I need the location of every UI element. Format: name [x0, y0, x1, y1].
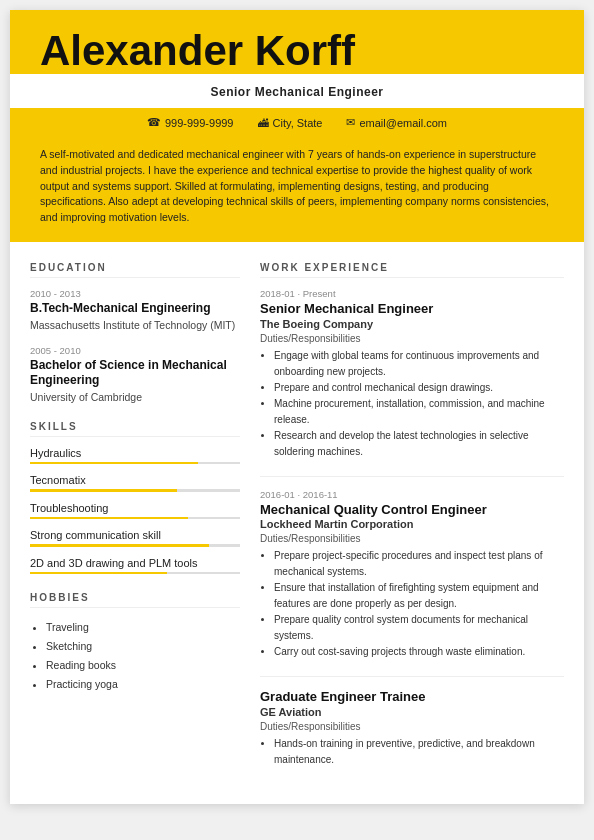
work-duty-1-2: Prepare quality control system documents… — [274, 612, 564, 644]
phone-contact: ☎ 999-999-9999 — [147, 116, 234, 129]
work-duties-label-2: Duties/Responsibilities — [260, 721, 564, 732]
skill-item-3: Strong communication skill — [30, 529, 240, 547]
edu-block-0: 2010 - 2013 B.Tech-Mechanical Engineerin… — [30, 288, 240, 331]
email-text: email@email.com — [359, 117, 447, 129]
work-duty-0-0: Engage with global teams for continuous … — [274, 348, 564, 380]
skill-item-0: Hydraulics — [30, 447, 240, 465]
work-title-1: Mechanical Quality Control Engineer — [260, 502, 564, 518]
skill-bar-fill-3 — [30, 544, 209, 547]
work-duty-2-0: Hands-on training in preventive, predict… — [274, 736, 564, 768]
phone-number: 999-999-9999 — [165, 117, 234, 129]
location-contact: 🏙 City, State — [258, 116, 323, 129]
skill-bar-fill-0 — [30, 462, 198, 465]
edu-block-1: 2005 - 2010 Bachelor of Science in Mecha… — [30, 345, 240, 403]
title-bar: Senior Mechanical Engineer — [10, 74, 584, 108]
skill-bar-bg-3 — [30, 544, 240, 547]
skill-name-0: Hydraulics — [30, 447, 240, 459]
location-icon: 🏙 — [258, 117, 269, 129]
skill-bar-fill-4 — [30, 572, 167, 575]
work-duty-0-1: Prepare and control mechanical design dr… — [274, 380, 564, 396]
work-block-2: Graduate Engineer Trainee GE Aviation Du… — [260, 689, 564, 768]
work-duty-1-3: Carry out cost-saving projects through w… — [274, 644, 564, 660]
skill-bar-bg-2 — [30, 517, 240, 520]
candidate-name: Alexander Korff — [40, 28, 554, 74]
hobby-list: Traveling Sketching Reading books Practi… — [30, 618, 240, 694]
email-contact: ✉ email@email.com — [346, 116, 447, 129]
skill-name-2: Troubleshooting — [30, 502, 240, 514]
edu-date-0: 2010 - 2013 — [30, 288, 240, 299]
edu-degree-0: B.Tech-Mechanical Engineering — [30, 301, 240, 317]
phone-icon: ☎ — [147, 116, 161, 129]
skill-bar-bg-0 — [30, 462, 240, 465]
hobbies-header: HOBBIES — [30, 592, 240, 608]
skill-bar-bg-4 — [30, 572, 240, 575]
work-experience-header: WORK EXPERIENCE — [260, 262, 564, 278]
work-duty-1-1: Ensure that installation of firefighting… — [274, 580, 564, 612]
work-company-0: The Boeing Company — [260, 318, 564, 330]
hobby-item-0: Traveling — [46, 618, 240, 637]
work-company-2: GE Aviation — [260, 706, 564, 718]
work-date-1: 2016-01 · 2016-11 — [260, 489, 564, 500]
work-title-0: Senior Mechanical Engineer — [260, 301, 564, 317]
edu-degree-1: Bachelor of Science in Mechanical Engine… — [30, 358, 240, 389]
summary-section: A self-motivated and dedicated mechanica… — [10, 137, 584, 242]
work-duties-label-1: Duties/Responsibilities — [260, 533, 564, 544]
work-date-0: 2018-01 · Present — [260, 288, 564, 299]
skills-section: SKILLS Hydraulics Tecnomatix Troubleshoo… — [30, 421, 240, 575]
left-column: EDUCATION 2010 - 2013 B.Tech-Mechanical … — [30, 262, 240, 784]
skill-item-1: Tecnomatix — [30, 474, 240, 492]
edu-school-0: Massachusetts Institute of Technology (M… — [30, 319, 240, 331]
summary-text: A self-motivated and dedicated mechanica… — [40, 147, 554, 226]
work-duty-0-2: Machine procurement, installation, commi… — [274, 396, 564, 428]
work-divider-0 — [260, 476, 564, 477]
skill-item-2: Troubleshooting — [30, 502, 240, 520]
location-text: City, State — [273, 117, 323, 129]
main-content: EDUCATION 2010 - 2013 B.Tech-Mechanical … — [10, 242, 584, 804]
skill-bar-fill-1 — [30, 489, 177, 492]
work-duties-list-1: Prepare project-specific procedures and … — [260, 548, 564, 660]
skill-name-3: Strong communication skill — [30, 529, 240, 541]
work-duty-1-0: Prepare project-specific procedures and … — [274, 548, 564, 580]
education-header: EDUCATION — [30, 262, 240, 278]
skill-bar-bg-1 — [30, 489, 240, 492]
header: Alexander Korff Senior Mechanical Engine… — [10, 10, 584, 108]
skills-header: SKILLS — [30, 421, 240, 437]
work-divider-1 — [260, 676, 564, 677]
contact-bar: ☎ 999-999-9999 🏙 City, State ✉ email@ema… — [10, 108, 584, 137]
hobbies-section: HOBBIES Traveling Sketching Reading book… — [30, 592, 240, 694]
work-block-1: 2016-01 · 2016-11 Mechanical Quality Con… — [260, 489, 564, 661]
hobby-item-3: Practicing yoga — [46, 675, 240, 694]
right-column: WORK EXPERIENCE 2018-01 · Present Senior… — [260, 262, 564, 784]
skill-name-1: Tecnomatix — [30, 474, 240, 486]
hobby-item-1: Sketching — [46, 637, 240, 656]
work-company-1: Lockheed Martin Corporation — [260, 518, 564, 530]
resume-container: Alexander Korff Senior Mechanical Engine… — [10, 10, 584, 804]
job-title: Senior Mechanical Engineer — [210, 85, 383, 99]
work-duties-list-2: Hands-on training in preventive, predict… — [260, 736, 564, 768]
work-title-2: Graduate Engineer Trainee — [260, 689, 564, 705]
skill-item-4: 2D and 3D drawing and PLM tools — [30, 557, 240, 575]
edu-school-1: University of Cambridge — [30, 391, 240, 403]
skill-name-4: 2D and 3D drawing and PLM tools — [30, 557, 240, 569]
email-icon: ✉ — [346, 116, 355, 129]
skill-bar-fill-2 — [30, 517, 188, 520]
education-section: EDUCATION 2010 - 2013 B.Tech-Mechanical … — [30, 262, 240, 403]
work-duty-0-3: Research and develop the latest technolo… — [274, 428, 564, 460]
edu-date-1: 2005 - 2010 — [30, 345, 240, 356]
work-duties-label-0: Duties/Responsibilities — [260, 333, 564, 344]
work-duties-list-0: Engage with global teams for continuous … — [260, 348, 564, 460]
hobby-item-2: Reading books — [46, 656, 240, 675]
work-block-0: 2018-01 · Present Senior Mechanical Engi… — [260, 288, 564, 460]
